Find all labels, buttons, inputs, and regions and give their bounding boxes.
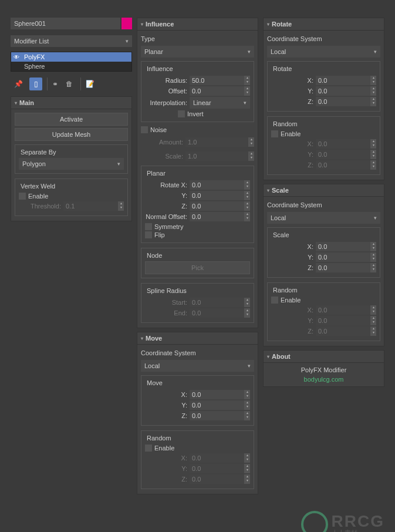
scale-x-spinner[interactable]: 0.0 xyxy=(316,242,370,251)
stack-label: PolyFX xyxy=(24,53,45,60)
invert-checkbox[interactable] xyxy=(178,110,185,117)
update-mesh-button[interactable]: Update Mesh xyxy=(15,128,128,141)
pick-button[interactable]: Pick xyxy=(145,261,250,274)
influence-panel: Influence Type Planar Influence Radius:5… xyxy=(137,18,258,328)
configure-icon[interactable]: 📝 xyxy=(80,78,94,90)
move-rx-spinner: 0.0 xyxy=(190,453,244,463)
noise-scale-spinner: 1.0 xyxy=(185,151,248,161)
interpolation-dropdown[interactable]: Linear xyxy=(190,97,250,109)
move-panel: Move Coordinate System Local Move X:0.0▴… xyxy=(137,332,258,494)
watermark-text: RRCG xyxy=(332,512,384,531)
move-header[interactable]: Move xyxy=(137,332,258,345)
flip-checkbox[interactable] xyxy=(145,231,152,238)
stack-item-polyfx[interactable]: 👁 PolyFX xyxy=(11,52,131,62)
move-random-label: Random xyxy=(145,435,173,442)
rotate-z-spinner[interactable]: 0.0 xyxy=(316,97,370,106)
rotate-coord-label: Coordinate System xyxy=(267,35,380,42)
about-panel: About PolyFX Modifier bodyulcg.com xyxy=(263,350,384,387)
move-coord-label: Coordinate System xyxy=(141,349,254,356)
planar-rotate-y-spinner[interactable]: 0.0 xyxy=(190,191,244,200)
symmetry-checkbox[interactable] xyxy=(145,223,152,230)
scale-ry-spinner: 0.0 xyxy=(316,316,370,325)
modifier-list-label: Modifier List xyxy=(14,38,49,45)
about-name: PolyFX Modifier xyxy=(267,366,380,373)
planar-label: Planar xyxy=(145,170,167,177)
scale-coord-dropdown[interactable]: Local xyxy=(267,212,380,224)
rotate-panel: Rotate Coordinate System Local Rotate X:… xyxy=(263,18,384,180)
offset-spinner[interactable]: 0.0 xyxy=(190,86,244,96)
scale-header[interactable]: Scale xyxy=(264,184,384,197)
scale-random-label: Random xyxy=(271,287,299,294)
rotate-rx-spinner: 0.0 xyxy=(316,139,370,149)
scale-z-spinner[interactable]: 0.0 xyxy=(316,263,370,272)
influence-group-label: Influence xyxy=(145,65,175,72)
stack-label: Sphere xyxy=(24,63,45,70)
spinner-buttons: ▴▾ xyxy=(118,201,124,211)
object-name-input[interactable] xyxy=(11,18,120,29)
separate-by-dropdown[interactable]: Polygon xyxy=(19,158,124,170)
normal-offset-spinner[interactable]: 0.0 xyxy=(190,212,244,221)
watermark: RRCG 人人素材 xyxy=(301,511,384,532)
trash-icon[interactable]: 🗑 xyxy=(63,78,76,90)
scale-rx-spinner: 0.0 xyxy=(316,305,370,315)
make-unique-icon[interactable]: ⚭ xyxy=(47,78,58,90)
rotate-ry-spinner: 0.0 xyxy=(316,150,370,159)
spline-label: Spline Radius xyxy=(145,287,188,294)
about-link[interactable]: bodyulcg.com xyxy=(267,376,380,383)
main-header[interactable]: Main xyxy=(11,97,131,109)
separate-by-label: Separate By xyxy=(19,149,58,156)
move-random-enable-checkbox[interactable] xyxy=(145,445,152,452)
scale-group-label: Scale xyxy=(271,231,291,238)
scale-panel: Scale Coordinate System Local Scale X:0.… xyxy=(263,184,384,346)
rotate-coord-dropdown[interactable]: Local xyxy=(267,46,380,58)
rotate-random-enable-checkbox[interactable] xyxy=(271,130,278,137)
type-label: Type xyxy=(141,35,254,42)
rotate-header[interactable]: Rotate xyxy=(264,18,384,31)
scale-coord-label: Coordinate System xyxy=(267,201,380,208)
spline-start-spinner: 0.0 xyxy=(190,298,244,307)
object-color-swatch[interactable] xyxy=(121,18,132,29)
modifier-list-dropdown[interactable]: Modifier List xyxy=(11,35,132,47)
threshold-spinner: 0.1 xyxy=(63,201,118,211)
move-x-spinner[interactable]: 0.0 xyxy=(190,390,244,399)
rotate-y-spinner[interactable]: 0.0 xyxy=(316,86,370,96)
rotate-x-spinner[interactable]: 0.0 xyxy=(316,76,370,85)
threshold-label: Threshold: xyxy=(19,203,61,210)
type-dropdown[interactable]: Planar xyxy=(141,46,254,58)
visibility-icon[interactable]: 👁 xyxy=(13,54,21,60)
move-coord-dropdown[interactable]: Local xyxy=(141,360,254,372)
planar-rotate-x-spinner[interactable]: 0.0 xyxy=(190,180,244,190)
vertex-weld-enable-checkbox[interactable] xyxy=(19,193,26,200)
rotate-group-label: Rotate xyxy=(271,65,293,72)
planar-rotate-z-spinner[interactable]: 0.0 xyxy=(190,201,244,211)
activate-button[interactable]: Activate xyxy=(15,113,128,126)
influence-header[interactable]: Influence xyxy=(137,18,258,31)
stack-toolbar: 📌 ▯ ⚭ 🗑 📝 xyxy=(11,75,132,93)
spinner-buttons[interactable]: ▴▾ xyxy=(244,76,250,85)
noise-amount-spinner: 1.0 xyxy=(185,137,248,147)
rotate-random-label: Random xyxy=(271,120,299,127)
rotate-rz-spinner: 0.0 xyxy=(316,160,370,170)
watermark-icon xyxy=(301,511,328,532)
noise-checkbox[interactable] xyxy=(141,126,148,133)
move-z-spinner[interactable]: 0.0 xyxy=(190,411,244,420)
move-y-spinner[interactable]: 0.0 xyxy=(190,400,244,410)
spinner-buttons[interactable]: ▴▾ xyxy=(244,86,250,96)
move-ry-spinner: 0.0 xyxy=(190,464,244,473)
spline-end-spinner: 0.0 xyxy=(190,308,244,318)
pin-icon[interactable]: 📌 xyxy=(12,78,25,90)
move-rz-spinner: 0.0 xyxy=(190,474,244,484)
stack-item-sphere[interactable]: Sphere xyxy=(11,62,131,71)
scale-y-spinner[interactable]: 0.0 xyxy=(316,252,370,262)
show-end-result-icon[interactable]: ▯ xyxy=(29,78,42,90)
modifier-stack: 👁 PolyFX Sphere xyxy=(11,52,132,72)
scale-random-enable-checkbox[interactable] xyxy=(271,297,278,304)
vertex-weld-label: Vertex Weld xyxy=(19,183,57,190)
radius-spinner[interactable]: 50.0 xyxy=(190,76,244,85)
about-header[interactable]: About xyxy=(264,351,384,363)
scale-rz-spinner: 0.0 xyxy=(316,326,370,336)
main-panel: Main Activate Update Mesh Separate By Po… xyxy=(11,96,132,221)
move-group-label: Move xyxy=(145,379,164,386)
node-label: Node xyxy=(145,252,164,259)
